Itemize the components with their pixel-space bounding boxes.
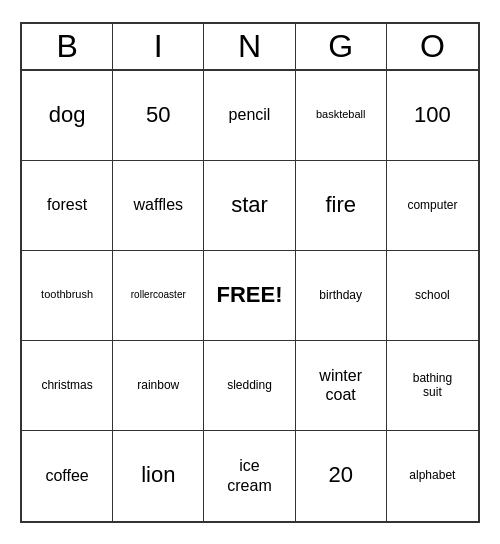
bingo-cell-3: baskteball xyxy=(296,71,387,161)
bingo-cell-21: lion xyxy=(113,431,204,521)
bingo-cell-14: school xyxy=(387,251,478,341)
header-letter-N: N xyxy=(204,24,295,69)
bingo-cell-19: bathingsuit xyxy=(387,341,478,431)
bingo-card: BINGO dog50pencilbaskteball100forestwaff… xyxy=(20,22,480,523)
bingo-cell-13: birthday xyxy=(296,251,387,341)
bingo-cell-9: computer xyxy=(387,161,478,251)
bingo-cell-0: dog xyxy=(22,71,113,161)
bingo-cell-1: 50 xyxy=(113,71,204,161)
header-letter-O: O xyxy=(387,24,478,69)
bingo-cell-17: sledding xyxy=(204,341,295,431)
bingo-cell-18: wintercoat xyxy=(296,341,387,431)
bingo-cell-11: rollercoaster xyxy=(113,251,204,341)
bingo-cell-15: christmas xyxy=(22,341,113,431)
bingo-cell-24: alphabet xyxy=(387,431,478,521)
bingo-grid: dog50pencilbaskteball100forestwafflessta… xyxy=(22,71,478,521)
bingo-cell-4: 100 xyxy=(387,71,478,161)
header-letter-I: I xyxy=(113,24,204,69)
bingo-cell-6: waffles xyxy=(113,161,204,251)
bingo-cell-16: rainbow xyxy=(113,341,204,431)
bingo-cell-7: star xyxy=(204,161,295,251)
bingo-header: BINGO xyxy=(22,24,478,71)
bingo-cell-5: forest xyxy=(22,161,113,251)
bingo-cell-20: coffee xyxy=(22,431,113,521)
header-letter-G: G xyxy=(296,24,387,69)
bingo-cell-22: icecream xyxy=(204,431,295,521)
bingo-cell-10: toothbrush xyxy=(22,251,113,341)
bingo-cell-12: FREE! xyxy=(204,251,295,341)
bingo-cell-2: pencil xyxy=(204,71,295,161)
header-letter-B: B xyxy=(22,24,113,69)
bingo-cell-23: 20 xyxy=(296,431,387,521)
bingo-cell-8: fire xyxy=(296,161,387,251)
